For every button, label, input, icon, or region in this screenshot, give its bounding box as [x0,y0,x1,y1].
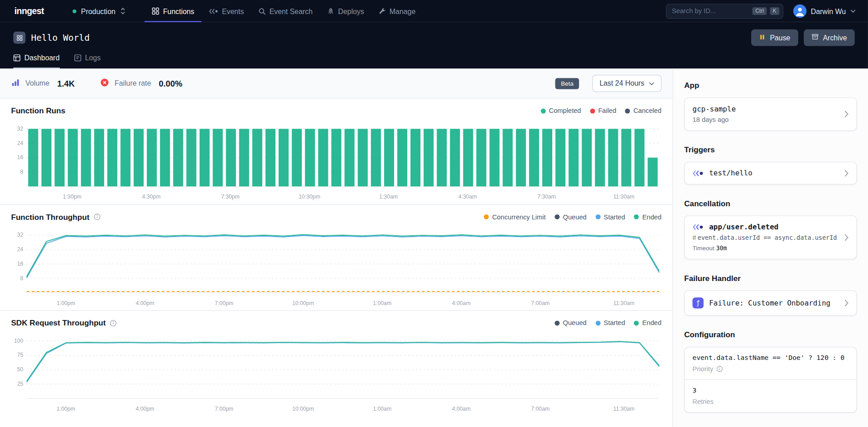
legend-label: Completed [549,107,581,115]
section-heading: Triggers [684,145,857,154]
svg-text:8: 8 [20,169,24,175]
avatar [793,5,806,18]
legend-label: Queued [563,213,587,221]
legend-item[interactable]: Queued [555,213,587,221]
retries-label: Retries [693,398,714,405]
nav-label: Manage [390,7,415,15]
svg-text:4:00am: 4:00am [452,406,471,412]
dashboard-icon [13,54,20,62]
svg-text:7:00pm: 7:00pm [215,300,233,306]
chevron-down-icon [850,10,856,13]
unfold-icon [120,7,125,15]
volume-label: Volume [25,79,49,87]
failure-handler-name: Failure: Customer Onboarding [709,299,830,307]
tab-label: Dashboard [24,54,60,62]
section-heading: Configuration [684,330,857,339]
svg-text:32: 32 [17,126,24,132]
legend-item[interactable]: Ended [634,213,661,221]
legend-item[interactable]: Started [595,319,625,327]
legend-item[interactable]: Ended [634,319,661,327]
page-title: Hello World [31,32,89,43]
svg-text:24: 24 [17,140,24,146]
chart-title: Function Runs [11,107,65,116]
trigger-card[interactable]: test/hello [684,162,857,184]
legend-item[interactable]: Started [595,213,625,221]
legend-dot [555,214,559,219]
wrench-icon [378,7,386,15]
svg-text:10:30pm: 10:30pm [299,194,320,200]
nav-label: Event Search [270,7,313,15]
event-icon [693,170,704,177]
svg-text:10:00pm: 10:00pm [292,406,314,412]
volume-icon [11,78,20,89]
svg-text:24: 24 [17,246,24,252]
failure-icon [100,78,109,89]
legend-item[interactable]: Queued [555,319,587,327]
user-menu[interactable]: Darwin Wu [793,5,856,18]
legend-item[interactable]: Completed [540,107,581,115]
legend-item[interactable]: Canceled [625,107,661,115]
rocket-icon [327,7,334,15]
function-icon [13,32,25,44]
timeout-label: Timeout [693,245,714,252]
tab-label: Logs [85,54,101,62]
environment-selector[interactable]: Production [66,0,132,22]
time-range-dropdown[interactable]: Last 24 Hours [593,75,662,92]
global-search: Ctrl K [666,4,783,19]
svg-text:1:00pm: 1:00pm [57,300,75,306]
pause-icon [759,34,766,42]
legend-item[interactable]: Concurrency Limit [484,213,545,221]
tab-logs[interactable]: Logs [74,54,101,69]
legend-dot [625,108,630,113]
info-icon[interactable] [110,320,117,327]
nav-item-manage[interactable]: Manage [371,0,423,22]
archive-button[interactable]: Archive [804,29,855,46]
chart-legend: CompletedFailedCanceled [540,107,661,115]
sdk-request-throughput-section: SDK Request Throughput QueuedStartedEnde… [0,311,673,417]
retries-block: 3 Retries [685,379,856,412]
tab-dashboard[interactable]: Dashboard [13,54,59,69]
top-navbar: inngest Production Functions Events [0,0,868,22]
chart-title: Function Throughput [11,213,89,222]
info-icon[interactable] [717,365,723,372]
inngest-logo[interactable]: inngest [0,0,49,22]
triggers-section: Triggers test/hello [684,145,857,184]
svg-text:4:30am: 4:30am [458,194,477,200]
section-heading: App [684,81,857,90]
retries-value: 3 [693,387,849,394]
svg-text:25: 25 [17,381,24,387]
legend-label: Ended [642,319,661,327]
kbd-k: K [770,7,779,15]
svg-text:4:00pm: 4:00pm [135,300,154,306]
svg-text:7:00pm: 7:00pm [215,406,233,412]
chart-title: SDK Request Throughput [11,319,106,328]
svg-text:32: 32 [17,232,24,238]
svg-text:4:00am: 4:00am [452,300,471,306]
nav-item-functions[interactable]: Functions [144,0,201,22]
configuration-section: Configuration event.data.lastName == 'Do… [684,330,857,412]
svg-text:7:00am: 7:00am [531,300,550,306]
failure-handler-card[interactable]: ƒ Failure: Customer Onboarding [684,290,857,315]
trigger-event-name: test/hello [709,169,752,177]
cancellation-event-name: app/user.deleted [709,223,778,231]
app-card[interactable]: gcp-sample 18 days ago [684,97,857,131]
legend-label: Started [604,213,625,221]
nav-item-deploys[interactable]: Deploys [320,0,371,22]
cancellation-section: Cancellation app/user.deleted If event.d… [684,199,857,259]
svg-text:11:30am: 11:30am [613,300,635,306]
svg-text:75: 75 [17,352,24,359]
svg-text:100: 100 [14,338,24,344]
user-name: Darwin Wu [811,7,846,15]
search-input[interactable] [672,7,749,15]
legend-label: Ended [642,213,661,221]
nav-item-events[interactable]: Events [202,0,251,22]
info-icon[interactable] [93,214,101,221]
nav-item-event-search[interactable]: Event Search [251,0,320,22]
legend-item[interactable]: Failed [590,107,616,115]
pause-button[interactable]: Pause [751,29,798,46]
cancellation-card[interactable]: app/user.deleted If event.data.userId ==… [684,215,857,259]
legend-label: Failed [598,107,616,115]
svg-text:7:00am: 7:00am [531,406,550,412]
pause-label: Pause [770,34,790,42]
svg-text:7:30pm: 7:30pm [221,194,240,200]
